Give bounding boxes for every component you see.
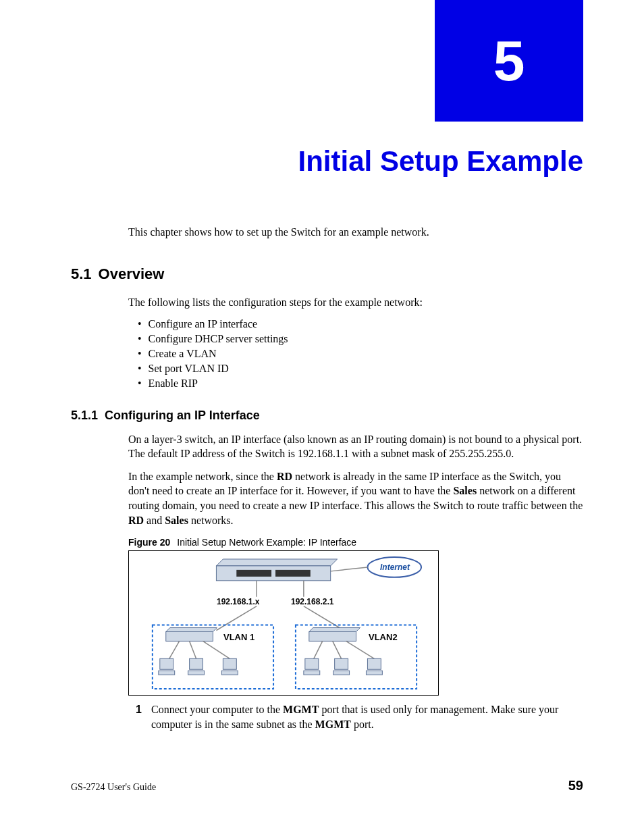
vlan2-label: VLAN2: [369, 632, 398, 642]
footer-page-number: 59: [568, 778, 583, 793]
svg-rect-24: [190, 658, 203, 669]
list-item: Enable RIP: [138, 377, 583, 390]
svg-rect-3: [275, 570, 311, 577]
subsection-number: 5.1.1: [71, 409, 98, 422]
svg-rect-2: [236, 570, 271, 577]
svg-marker-15: [309, 628, 360, 632]
svg-marker-13: [166, 628, 217, 632]
list-item: Set port VLAN ID: [138, 363, 583, 375]
step-1: Connect your computer to the MGMT port t…: [128, 702, 583, 731]
chapter-number: 5: [493, 28, 525, 94]
section-5-1-1-heading: 5.1.1 Configuring an IP Interface: [71, 409, 583, 423]
svg-line-8: [216, 606, 257, 631]
chapter-title: Initial Setup Example: [0, 145, 583, 178]
svg-rect-26: [223, 658, 236, 669]
svg-rect-33: [366, 671, 382, 675]
internet-label: Internet: [380, 563, 410, 572]
section-number: 5.1: [71, 265, 92, 283]
svg-rect-22: [160, 658, 173, 669]
list-item: Configure DHCP server settings: [138, 333, 583, 345]
svg-rect-31: [333, 671, 350, 675]
svg-rect-12: [166, 632, 213, 642]
p1: On a layer-3 switch, an IP interface (al…: [128, 432, 583, 461]
chapter-intro: This chapter shows how to set up the Swi…: [128, 226, 583, 238]
svg-rect-1: [216, 566, 330, 581]
page-footer: GS-2724 User's Guide 59: [71, 778, 583, 793]
section-5-1-body: The following lists the configuration st…: [128, 295, 583, 390]
svg-rect-30: [335, 658, 348, 669]
network-diagram-icon: [129, 551, 438, 696]
subsection-title: Configuring an IP Interface: [105, 409, 260, 422]
svg-line-5: [331, 567, 368, 571]
p2: In the example network, since the RD net…: [128, 469, 583, 527]
svg-rect-27: [221, 671, 238, 675]
ip2-label: 192.168.2.1: [291, 597, 333, 606]
svg-line-9: [304, 606, 344, 631]
chapter-number-box: 5: [435, 0, 583, 122]
figure-caption-text: Initial Setup Network Example: IP Interf…: [177, 537, 356, 548]
list-item: Create a VLAN: [138, 348, 583, 360]
svg-rect-23: [159, 671, 175, 675]
figure-caption: Figure 20Initial Setup Network Example: …: [128, 537, 583, 548]
svg-rect-28: [305, 658, 319, 669]
svg-rect-14: [309, 632, 356, 642]
svg-line-20: [333, 642, 342, 659]
content: This chapter shows how to set up the Swi…: [71, 226, 583, 731]
svg-rect-32: [367, 658, 381, 669]
footer-guide-name: GS-2724 User's Guide: [71, 782, 156, 793]
section-title: Overview: [99, 265, 165, 282]
section-5-1-1-body: On a layer-3 switch, an IP interface (al…: [128, 432, 583, 696]
vlan1-label: VLAN 1: [223, 632, 254, 642]
overview-list: Configure an IP interface Configure DHCP…: [138, 318, 583, 390]
section-5-1-heading: 5.1Overview: [71, 265, 583, 283]
ip1-label: 192.168.1.x: [217, 597, 259, 606]
svg-line-16: [169, 642, 180, 659]
svg-line-21: [346, 642, 375, 659]
svg-line-19: [314, 642, 323, 659]
svg-rect-25: [188, 671, 205, 675]
figure-20: Internet 192.168.1.x 192.168.2.1 VLAN 1 …: [128, 550, 439, 696]
list-item: Configure an IP interface: [138, 318, 583, 330]
figure-label: Figure 20: [128, 537, 170, 548]
overview-lead: The following lists the configuration st…: [128, 295, 583, 310]
svg-line-18: [203, 642, 230, 659]
svg-marker-0: [216, 559, 337, 566]
svg-line-17: [190, 642, 196, 659]
svg-rect-29: [304, 671, 320, 675]
steps-list: Connect your computer to the MGMT port t…: [128, 702, 583, 731]
page: 5 Initial Setup Example This chapter sho…: [0, 0, 644, 834]
